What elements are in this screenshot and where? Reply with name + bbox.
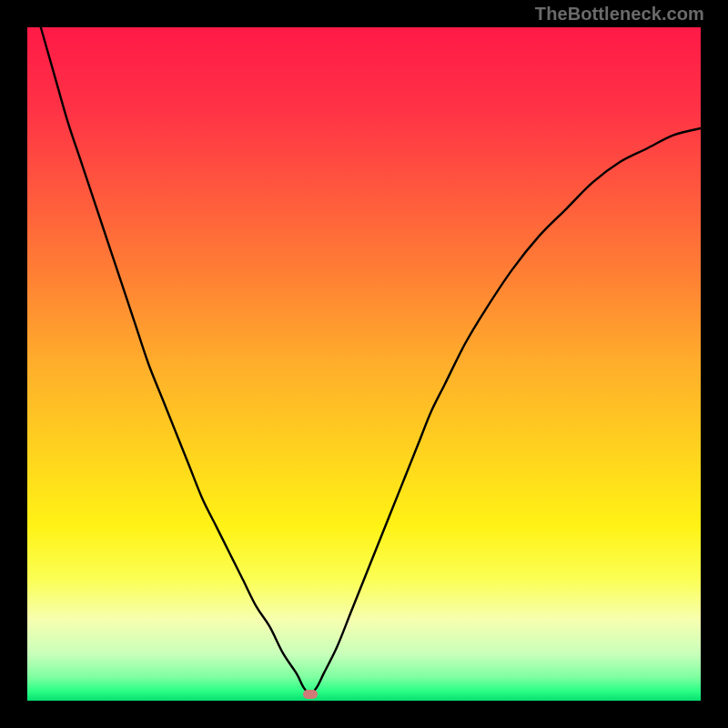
bottleneck-curve: [27, 27, 701, 701]
plot-area: [27, 27, 701, 701]
optimal-marker: [303, 690, 318, 699]
chart-frame: TheBottleneck.com: [0, 0, 728, 728]
watermark: TheBottleneck.com: [535, 4, 704, 25]
